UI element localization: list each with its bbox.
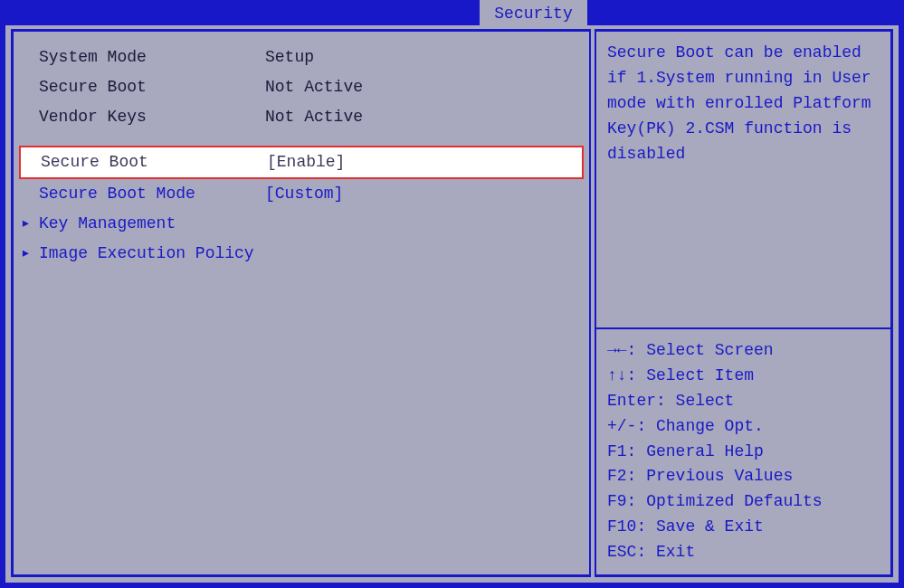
nav-change-opt: +/-: Change Opt. — [607, 414, 880, 440]
menu-secure-boot-toggle[interactable]: Secure Boot [Enable] — [19, 146, 584, 179]
info-label: Vendor Keys — [39, 104, 265, 130]
info-value: Not Active — [265, 74, 585, 100]
menu-image-execution-policy[interactable]: ▸ Image Execution Policy — [17, 239, 585, 269]
nav-esc: ESC: Exit — [607, 540, 880, 565]
bios-frame: Security System Mode Setup Secure Boot N… — [0, 0, 904, 588]
nav-save-exit: F10: Save & Exit — [607, 515, 880, 540]
nav-enter: Enter: Select — [607, 389, 880, 414]
help-text-area: Secure Boot can be enabled if 1.System r… — [596, 32, 890, 327]
menu-value: [Custom] — [265, 181, 585, 207]
spacer — [17, 131, 585, 146]
nav-select-item: ↑↓: Select Item — [607, 364, 880, 389]
info-secure-boot: Secure Boot Not Active — [17, 72, 585, 102]
info-value: Setup — [265, 44, 585, 71]
menu-label: Secure Boot Mode — [39, 181, 265, 207]
help-text: Secure Boot can be enabled if 1.System r… — [607, 41, 880, 166]
menu-label: Key Management — [39, 211, 176, 237]
menu-secure-boot-mode[interactable]: Secure Boot Mode [Custom] — [17, 179, 585, 209]
help-nav-panel: Secure Boot can be enabled if 1.System r… — [595, 29, 893, 577]
tab-security[interactable]: Security — [480, 0, 586, 25]
info-vendor-keys: Vendor Keys Not Active — [17, 102, 585, 132]
submenu-arrow-icon: ▸ — [21, 241, 39, 267]
submenu-arrow-icon: ▸ — [21, 211, 39, 237]
nav-previous-values: F2: Previous Values — [607, 464, 880, 489]
tab-bar: Security — [0, 0, 904, 25]
info-label: System Mode — [39, 44, 265, 71]
info-label: Secure Boot — [39, 74, 265, 100]
info-value: Not Active — [265, 104, 585, 130]
nav-optimized-defaults: F9: Optimized Defaults — [607, 489, 880, 515]
menu-key-management[interactable]: ▸ Key Management — [17, 209, 585, 239]
menu-value: [Enable] — [267, 149, 582, 175]
nav-general-help: F1: General Help — [607, 440, 880, 465]
menu-label: Image Execution Policy — [39, 241, 254, 267]
nav-select-screen: →←: Select Screen — [607, 338, 880, 364]
main-area: System Mode Setup Secure Boot Not Active… — [5, 24, 899, 583]
info-system-mode: System Mode Setup — [17, 43, 585, 72]
nav-hints: →←: Select Screen ↑↓: Select Item Enter:… — [596, 329, 890, 574]
menu-label: Secure Boot — [41, 149, 267, 175]
settings-panel: System Mode Setup Secure Boot Not Active… — [11, 29, 591, 577]
